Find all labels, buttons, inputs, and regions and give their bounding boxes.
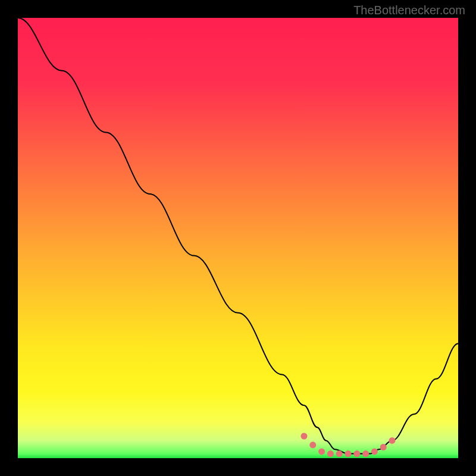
marker-point [389,437,396,444]
marker-point [318,448,325,455]
marker-point [327,450,334,457]
marker-point [345,450,352,457]
marker-point [353,450,360,457]
optimal-zone-markers [301,433,396,458]
curve-overlay [18,18,458,458]
chart-area [18,18,458,458]
marker-point [380,444,387,450]
marker-point [301,433,308,440]
marker-point [309,441,316,448]
marker-point [336,450,343,457]
bottleneck-curve [18,18,458,454]
marker-point [371,448,378,455]
watermark-text: TheBottlenecker.com [353,4,465,17]
marker-point [362,450,369,457]
